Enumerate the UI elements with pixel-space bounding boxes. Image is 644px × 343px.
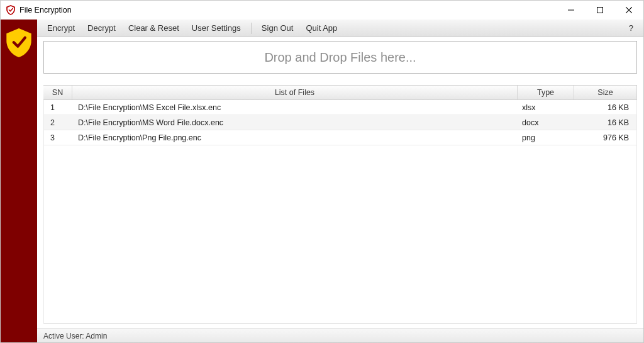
col-header-sn[interactable]: SN [43, 86, 72, 99]
sidebar [1, 20, 37, 342]
menu-encrypt[interactable]: Encrypt [41, 21, 81, 35]
cell-file: D:\File Encryption\Png File.png.enc [73, 131, 517, 145]
menu-user-settings[interactable]: User Settings [186, 21, 247, 35]
content: Drop and Drop Files here... SN List of F… [37, 37, 643, 329]
status-text: Active User: Admin [43, 332, 107, 340]
cell-sn: 3 [44, 131, 73, 145]
col-header-size[interactable]: Size [574, 86, 637, 99]
maximize-button[interactable] [586, 1, 614, 20]
cell-sn: 1 [44, 101, 73, 115]
close-button[interactable] [614, 1, 643, 20]
menu-sign-out[interactable]: Sign Out [255, 21, 300, 35]
cell-type: docx [517, 116, 574, 130]
svg-rect-0 [597, 8, 603, 13]
minimize-button[interactable] [557, 1, 586, 20]
window-title: File Encryption [19, 6, 72, 14]
cell-size: 16 KB [574, 116, 636, 130]
menu-decrypt[interactable]: Decrypt [81, 21, 122, 35]
col-header-file[interactable]: List of Files [72, 86, 518, 99]
table-header: SN List of Files Type Size [43, 85, 637, 100]
cell-type: png [517, 131, 574, 145]
app-window: File Encryption [0, 0, 644, 343]
cell-file: D:\File Encryption\MS Word File.docx.enc [73, 116, 517, 130]
drop-zone[interactable]: Drop and Drop Files here... [43, 41, 637, 74]
cell-file: D:\File Encryption\MS Excel File.xlsx.en… [73, 101, 517, 115]
main: Encrypt Decrypt Clear & Reset User Setti… [37, 20, 643, 342]
menu-separator [251, 23, 252, 34]
table-body[interactable]: 1D:\File Encryption\MS Excel File.xlsx.e… [43, 100, 637, 323]
app-shield-icon [6, 5, 16, 15]
window-controls [557, 1, 643, 20]
titlebar: File Encryption [1, 1, 643, 20]
file-table: SN List of Files Type Size 1D:\File Encr… [43, 85, 637, 323]
table-row[interactable]: 2D:\File Encryption\MS Word File.docx.en… [44, 115, 636, 130]
menu-help[interactable]: ? [623, 21, 640, 35]
body: Encrypt Decrypt Clear & Reset User Setti… [1, 20, 643, 342]
statusbar: Active User: Admin [37, 329, 643, 342]
table-row[interactable]: 1D:\File Encryption\MS Excel File.xlsx.e… [44, 100, 636, 115]
drop-zone-text: Drop and Drop Files here... [264, 50, 416, 65]
shield-icon [6, 28, 32, 57]
menubar: Encrypt Decrypt Clear & Reset User Setti… [37, 20, 643, 37]
cell-size: 976 KB [574, 131, 636, 145]
menu-quit-app[interactable]: Quit App [299, 21, 343, 35]
cell-sn: 2 [44, 116, 73, 130]
table-row[interactable]: 3D:\File Encryption\Png File.png.encpng9… [44, 130, 636, 145]
cell-size: 16 KB [574, 101, 636, 115]
cell-type: xlsx [517, 101, 574, 115]
menu-clear-reset[interactable]: Clear & Reset [122, 21, 186, 35]
col-header-type[interactable]: Type [518, 86, 574, 99]
